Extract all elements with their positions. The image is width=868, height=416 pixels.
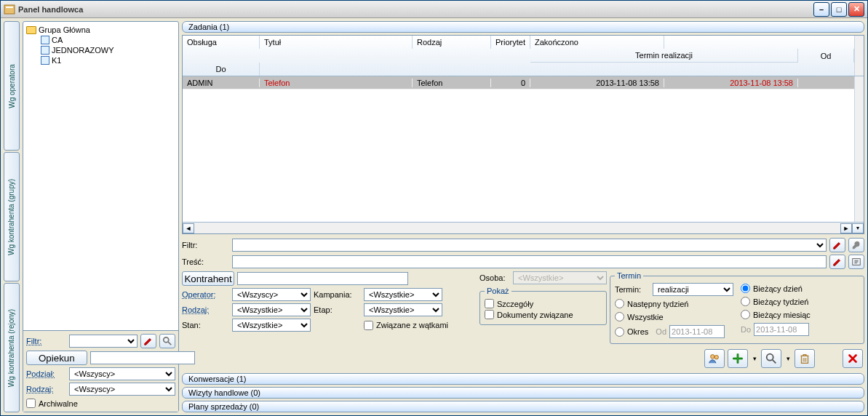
podzial-select[interactable]: <Wszyscy> [69,367,175,380]
filtr-edit-button[interactable] [829,238,845,252]
tresc-label: Treść: [182,257,229,266]
okres-do-date [754,323,809,336]
scroll-menu[interactable]: ▾ [852,223,864,233]
grid-body[interactable]: ADMIN Telefon Telefon 0 2013-11-08 13:58… [183,76,854,222]
tresc-input[interactable] [232,255,827,268]
svg-point-6 [714,356,718,359]
tree-root[interactable]: Grupa Główna [26,25,175,35]
grid-hscroll[interactable]: ◄ ► ▾ [183,222,864,233]
maximize-button[interactable]: □ [831,2,847,17]
section-wizyty[interactable]: Wizyty handlowe (0) [182,387,864,399]
main-rodzaj-label[interactable]: Rodzaj: [182,305,229,314]
filters: Filtr: Treść: Kontrahent [182,236,864,345]
kampania-select[interactable]: <Wszystkie> [364,288,442,301]
stan-label: Stan: [182,321,229,329]
cancel-button[interactable] [843,349,863,368]
col-zakonczono[interactable]: Zakończono [530,36,664,49]
termin-select[interactable]: realizacji [653,283,733,296]
section-zadania[interactable]: Zadania (1) [182,21,864,33]
right-panel: Zadania (1) Obsługa Tytuł Rodzaj Prioryt… [182,21,864,412]
zwiazane-checkbox[interactable] [364,321,373,330]
tree[interactable]: Grupa Główna CA JEDNORAZOWY K1 [23,22,178,330]
main-rodzaj-select[interactable]: <Wszystkie> [232,303,311,316]
opiekun-input[interactable] [90,351,195,364]
archiwalne-label: Archiwalne [39,399,78,408]
svg-rect-1 [6,7,13,8]
tresc-edit-button[interactable] [829,255,845,269]
grid-vscroll-head [854,36,864,76]
filtr-tool-button[interactable] [848,238,864,252]
window-title: Panel handlowca [18,5,813,14]
svg-line-8 [773,360,776,364]
edit-filter-button[interactable] [140,334,156,348]
radio-biezacy-tydzien[interactable] [741,297,750,306]
toolbar: ▾ ▾ [182,348,864,371]
vtab-kontrahent-rejony[interactable]: Wg kontrahenta (rejony) [4,283,20,412]
add-button[interactable] [728,349,748,368]
kampania-label: Kampania: [314,290,361,299]
osoba-select: <Wszystkie> [513,271,607,284]
col-termin-group: Termin realizacji [530,49,798,63]
left-filtr-combo[interactable] [69,335,138,348]
grid: Obsługa Tytuł Rodzaj Priorytet Termin re… [182,35,864,234]
rodzaj-select[interactable]: <Wszyscy> [69,383,175,396]
archiwalne-checkbox[interactable] [26,399,36,408]
radio-nastepny-tydzien[interactable] [615,299,624,308]
users-button[interactable] [704,349,725,368]
tree-item[interactable]: K1 [26,55,175,65]
etap-select[interactable]: <Wszystkie> [364,303,442,316]
okres-od-date [669,325,725,338]
node-icon [41,36,49,44]
minimize-button[interactable]: – [813,2,829,17]
vertical-tabs: Wg operatora Wg kontrahenta (grupy) Wg k… [4,21,20,412]
grid-vscroll[interactable] [854,76,864,222]
col-rodzaj[interactable]: Rodzaj [413,36,491,49]
dokumenty-checkbox[interactable] [485,310,494,319]
filtr-combo[interactable] [232,239,827,252]
pokaz-fieldset: Pokaż Szczegóły Dokumenty związane [479,287,607,325]
zoom-dropdown[interactable]: ▾ [784,355,792,362]
search-filter-button[interactable] [159,334,175,348]
node-icon [41,46,49,55]
okres-do-label: Do [741,325,751,334]
scroll-right[interactable]: ► [840,223,852,233]
folder-icon [26,26,36,34]
szczegoly-checkbox[interactable] [485,299,494,308]
titlebar: Panel handlowca – □ ✕ [1,1,867,18]
col-tytul[interactable]: Tytuł [260,36,413,49]
radio-wszystkie[interactable] [615,312,624,321]
close-button[interactable]: ✕ [848,2,864,17]
rodzaj-label: Rodzaj: [26,385,66,393]
opiekun-button[interactable]: Opiekun [26,351,87,365]
radio-biezacy-dzien[interactable] [741,284,750,293]
col-obsluga[interactable]: Obsługa [183,36,260,49]
delete-button[interactable] [795,349,815,368]
vtab-kontrahent-grupy[interactable]: Wg kontrahenta (grupy) [4,152,20,281]
col-od[interactable]: Od [798,49,854,63]
operator-label[interactable]: Operator: [182,290,229,299]
svg-point-7 [767,354,773,361]
svg-line-3 [168,342,171,345]
termin-fieldset: Termin Termin: realizacji Następny tydzi… [610,271,864,344]
scroll-left[interactable]: ◄ [183,223,194,233]
vtab-operator[interactable]: Wg operatora [4,21,20,151]
svg-point-5 [711,355,714,359]
operator-select[interactable]: <Wszyscy> [232,288,311,301]
termin-legend: Termin [615,271,643,280]
window: Panel handlowca – □ ✕ Wg operatora Wg ko… [0,0,868,416]
tree-item[interactable]: JEDNORAZOWY [26,45,175,55]
radio-biezacy-miesiac[interactable] [741,310,750,319]
col-priorytet[interactable]: Priorytet [491,36,530,49]
col-do[interactable]: Do [183,63,260,76]
zoom-button[interactable] [761,349,781,368]
tree-root-label: Grupa Główna [39,25,90,34]
kontrahent-button[interactable]: Kontrahent [182,271,234,286]
table-row[interactable]: ADMIN Telefon Telefon 0 2013-11-08 13:58… [183,76,854,89]
section-konwersacje[interactable]: Konwersacje (1) [182,373,864,385]
section-plany[interactable]: Plany sprzedaży (0) [182,401,864,412]
stan-select[interactable]: <Wszystkie> [232,319,311,332]
add-dropdown[interactable]: ▾ [751,355,758,362]
tresc-advanced-button[interactable] [848,255,864,269]
radio-okres[interactable] [615,327,624,337]
tree-item[interactable]: CA [26,35,175,45]
